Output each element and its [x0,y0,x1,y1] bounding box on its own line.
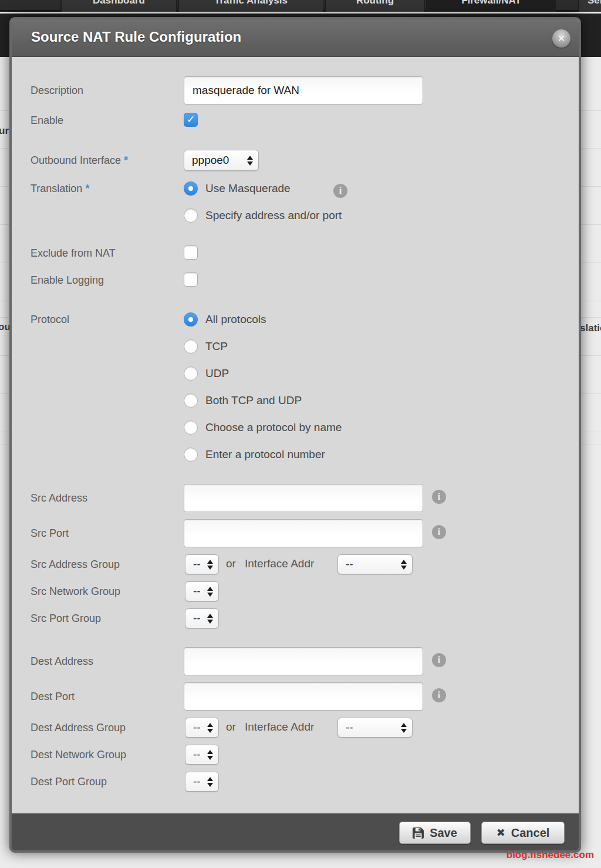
top-navbar: Dashboard Traffic Analysis Routing Firew… [0,0,601,12]
dest-port-input[interactable] [184,682,423,711]
cancel-x-icon: ✖ [497,826,505,839]
radio-specify-address-port[interactable]: Specify address and/or port [184,208,342,223]
interface-addr-label: Interface Addr [245,557,314,570]
required-asterisk: * [124,154,128,166]
radio-use-masquerade[interactable]: Use Masquerade [184,181,291,196]
tab-traffic-analysis[interactable]: Traffic Analysis [178,0,323,12]
radio-selected-icon [184,181,198,196]
src-network-group-label: Src Network Group [31,584,120,598]
enable-label: Enable [31,113,63,127]
tab-firewall-nat[interactable]: Firewall/NAT [426,0,556,12]
radio-all-protocols[interactable]: All protocols [184,312,266,327]
enable-logging-label: Enable Logging [31,273,104,287]
info-icon[interactable]: i [432,653,446,667]
radio-tcp[interactable]: TCP [184,339,228,354]
or-label: or [226,721,236,734]
translation-label: Translation* [31,181,89,196]
protocol-label: Protocol [31,312,69,327]
dest-address-input[interactable] [184,647,423,675]
tab-routing[interactable]: Routing [325,0,425,12]
dest-port-group-select[interactable]: -- [185,772,219,792]
watermark: blog.fishedee.com [507,849,594,861]
src-port-input[interactable] [184,519,423,547]
src-interface-addr-select[interactable]: -- [337,554,413,574]
dest-network-group-label: Dest Network Group [31,748,126,762]
bg-text-fragment: slatio [580,322,601,334]
or-label: or [226,557,236,570]
select-arrows-icon [207,723,213,733]
save-icon [413,827,424,839]
description-input[interactable] [184,76,423,105]
radio-icon [184,366,198,381]
exclude-from-nat-checkbox[interactable] [184,245,198,260]
dest-network-group-select[interactable]: -- [185,745,219,765]
radio-selected-icon [184,312,198,327]
outbound-interface-select[interactable]: pppoe0 [184,150,259,171]
dest-port-label: Dest Port [31,689,75,704]
radio-icon [184,448,198,462]
source-nat-rule-dialog: Source NAT Rule Configuration ✕ Descript… [9,17,581,853]
info-icon[interactable]: i [333,184,347,198]
src-address-label: Src Address [31,491,87,505]
required-asterisk: * [85,183,89,194]
dest-address-group-label: Dest Address Group [31,721,126,735]
select-arrows-icon [401,560,407,570]
src-address-input[interactable] [184,484,423,512]
radio-icon [184,393,198,408]
select-arrows-icon [207,614,213,624]
close-icon[interactable]: ✕ [552,29,570,48]
radio-udp[interactable]: UDP [184,366,229,381]
dialog-titlebar: Source NAT Rule Configuration ✕ [12,19,579,57]
radio-protocol-number[interactable]: Enter a protocol number [184,448,325,462]
info-icon[interactable]: i [432,525,446,539]
outbound-interface-label: Outbound Interface* [31,153,128,167]
radio-both-tcp-udp[interactable]: Both TCP and UDP [184,393,302,408]
radio-icon [184,339,198,354]
select-arrows-icon [207,750,213,760]
src-port-group-select[interactable]: -- [185,608,219,628]
dialog-title: Source NAT Rule Configuration [31,29,241,45]
radio-protocol-by-name[interactable]: Choose a protocol by name [184,420,342,435]
page: urc ou slatio Dashboard Traffic Analysis… [0,0,601,868]
select-arrows-icon [207,560,213,570]
info-icon[interactable]: i [432,688,446,702]
select-arrows-icon [207,777,213,787]
radio-icon [184,208,198,223]
interface-addr-label: Interface Addr [245,721,314,734]
info-icon[interactable]: i [432,490,446,504]
select-arrows-icon [401,723,407,733]
enable-logging-checkbox[interactable] [184,272,198,287]
tab-services[interactable]: Ser [578,0,601,12]
dialog-footer: Save ✖ Cancel [12,813,579,850]
src-port-group-label: Src Port Group [31,611,101,625]
enable-checkbox[interactable]: ✓ [184,113,198,127]
select-arrows-icon [207,587,213,597]
dest-interface-addr-select[interactable]: -- [337,718,413,738]
src-address-group-label: Src Address Group [31,557,120,571]
outbound-interface-value: pppoe0 [184,154,244,167]
src-network-group-select[interactable]: -- [185,581,219,601]
select-arrows-icon [247,156,253,166]
dest-address-group-select[interactable]: -- [185,718,219,738]
save-button[interactable]: Save [399,822,471,844]
dest-port-group-label: Dest Port Group [31,775,107,789]
description-label: Description [31,83,83,97]
src-address-group-select[interactable]: -- [185,554,219,574]
dest-address-label: Dest Address [31,654,93,668]
exclude-from-nat-label: Exclude from NAT [31,246,116,260]
cancel-button[interactable]: ✖ Cancel [481,822,565,844]
check-icon: ✓ [187,114,195,125]
src-port-label: Src Port [31,526,69,540]
radio-icon [184,420,198,435]
tab-dashboard[interactable]: Dashboard [60,0,177,12]
